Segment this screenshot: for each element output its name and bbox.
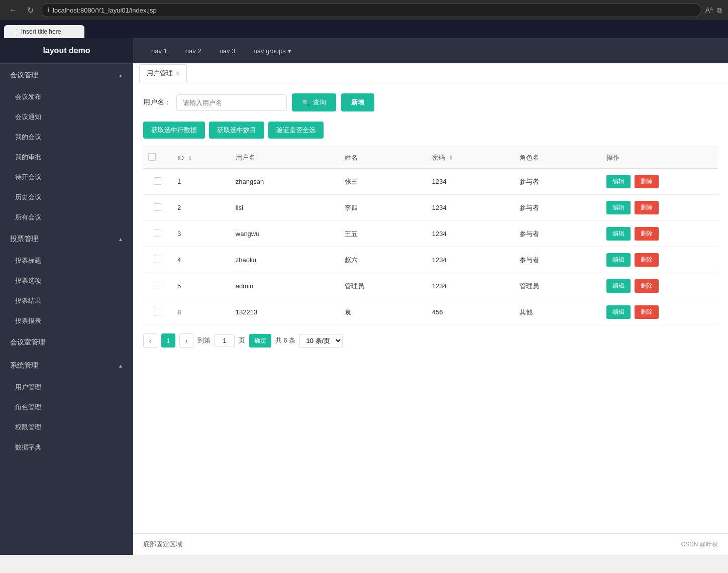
row-checkbox[interactable] xyxy=(154,203,161,211)
delete-button[interactable]: 删除 xyxy=(635,175,659,188)
main-area: nav 1 nav 2 nav 3 nav groups ▾ 用户管理 × 用户… xyxy=(133,38,728,555)
prev-page-button[interactable]: ‹ xyxy=(143,333,157,348)
sidebar-group-room-mgmt[interactable]: 会议室管理 xyxy=(0,331,133,354)
page-1-button[interactable]: 1 xyxy=(161,333,175,348)
nav-btn-2[interactable]: nav 2 xyxy=(177,43,210,59)
row-check-cell xyxy=(143,247,172,273)
delete-button[interactable]: 删除 xyxy=(635,253,659,267)
sidebar-item-user-mgmt[interactable]: 用户管理 xyxy=(0,377,133,397)
info-icon: ℹ xyxy=(47,7,50,14)
sort-icon-password[interactable]: ⇕ xyxy=(449,155,453,161)
chevron-up-icon-3: ▲ xyxy=(118,363,123,369)
row-role: 管理员 xyxy=(514,273,602,299)
sidebar-item-vote-report[interactable]: 投票报表 xyxy=(0,311,133,331)
browser-tab[interactable]: 📄 Insert title here xyxy=(4,25,84,38)
sort-icon-id[interactable]: ⇕ xyxy=(188,155,192,161)
row-checkbox[interactable] xyxy=(154,282,161,289)
row-username: wangwu xyxy=(231,221,340,247)
delete-button[interactable]: 删除 xyxy=(635,201,659,214)
get-selected-count-button[interactable]: 获取选中数目 xyxy=(209,122,264,139)
edit-button[interactable]: 编辑 xyxy=(606,201,631,214)
sidebar-item-role-mgmt[interactable]: 角色管理 xyxy=(0,397,133,417)
row-action: 编辑 删除 xyxy=(601,221,718,247)
nav-btn-1[interactable]: nav 1 xyxy=(143,43,175,59)
search-button[interactable]: 🔍 查询 xyxy=(292,93,336,111)
row-role: 其他 xyxy=(514,299,602,325)
row-checkbox[interactable] xyxy=(154,256,161,263)
next-page-button[interactable]: › xyxy=(179,333,193,348)
sidebar-item-permission-mgmt[interactable]: 权限管理 xyxy=(0,417,133,437)
edit-button[interactable]: 编辑 xyxy=(606,175,631,188)
row-username: zhaoliu xyxy=(231,247,340,273)
search-icon: 🔍 xyxy=(302,99,310,106)
page-size-select[interactable]: 10 条/页 20 条/页 50 条/页 xyxy=(299,334,343,348)
sidebar-group-meeting-mgmt[interactable]: 会议管理 ▲ xyxy=(0,64,133,87)
sidebar-item-my-meeting[interactable]: 我的会议 xyxy=(0,127,133,147)
chevron-up-icon-2: ▲ xyxy=(118,237,123,242)
row-action: 编辑 删除 xyxy=(601,273,718,299)
action-bar: 获取选中行数据 获取选中数目 验证是否全选 xyxy=(143,122,718,139)
row-check-cell xyxy=(143,169,172,195)
sidebar-item-meeting-notify[interactable]: 会议通知 xyxy=(0,107,133,127)
sidebar-item-all-meeting[interactable]: 所有会议 xyxy=(0,207,133,227)
goto-confirm-button[interactable]: 确定 xyxy=(249,334,271,348)
sidebar-group-vote-mgmt[interactable]: 投票管理 ▲ xyxy=(0,227,133,251)
back-button[interactable]: ← xyxy=(6,4,20,17)
search-btn-label: 查询 xyxy=(313,98,326,107)
table-row: 5 admin 管理员 1234 管理员 编辑 删除 xyxy=(143,273,718,299)
row-role: 参与者 xyxy=(514,247,602,273)
chevron-up-icon: ▲ xyxy=(118,73,123,78)
row-password: 1234 xyxy=(427,221,514,247)
row-action: 编辑 删除 xyxy=(601,299,718,325)
edit-button[interactable]: 编辑 xyxy=(606,227,631,241)
select-all-checkbox[interactable] xyxy=(148,153,156,161)
sidebar-item-my-approval[interactable]: 我的审批 xyxy=(0,147,133,167)
nav-btn-groups[interactable]: nav groups ▾ xyxy=(245,43,299,59)
get-selected-data-button[interactable]: 获取选中行数据 xyxy=(143,122,205,139)
nav-btn-3[interactable]: nav 3 xyxy=(212,43,244,59)
sidebar-group-system-mgmt[interactable]: 系统管理 ▲ xyxy=(0,354,133,377)
table-header-password: 密码 ⇕ xyxy=(427,147,514,169)
row-name: 王五 xyxy=(340,221,427,247)
sidebar-item-pending-meeting[interactable]: 待开会议 xyxy=(0,167,133,187)
delete-button[interactable]: 删除 xyxy=(635,227,659,241)
row-checkbox[interactable] xyxy=(154,308,161,315)
sidebar-item-vote-title[interactable]: 投票标题 xyxy=(0,251,133,271)
delete-button[interactable]: 删除 xyxy=(635,305,659,319)
search-input[interactable] xyxy=(176,94,287,111)
row-checkbox[interactable] xyxy=(154,177,161,185)
goto-label: 到第 xyxy=(197,336,211,345)
row-checkbox[interactable] xyxy=(154,230,161,237)
row-role: 参与者 xyxy=(514,221,602,247)
browser-right-controls: Aᴬ ⧉ xyxy=(705,6,722,15)
address-bar[interactable]: ℹ localhost:8080/Y1_layui01/index.jsp xyxy=(41,3,701,17)
content-tab-user-mgmt[interactable]: 用户管理 × xyxy=(139,64,187,82)
row-action: 编辑 删除 xyxy=(601,247,718,273)
tab-close-btn[interactable]: × xyxy=(176,70,179,77)
sidebar-item-vote-result[interactable]: 投票结果 xyxy=(0,291,133,311)
table-header-id: ID ⇕ xyxy=(172,147,231,169)
row-id: 3 xyxy=(172,221,231,247)
row-id: 2 xyxy=(172,195,231,221)
search-bar: 用户名： 🔍 查询 新增 xyxy=(143,93,718,111)
sidebar-item-data-dict[interactable]: 数据字典 xyxy=(0,437,133,457)
edit-button[interactable]: 编辑 xyxy=(606,305,631,319)
row-password: 1234 xyxy=(427,273,514,299)
refresh-button[interactable]: ↻ xyxy=(24,4,37,17)
edit-button[interactable]: 编辑 xyxy=(606,253,631,267)
edit-button[interactable]: 编辑 xyxy=(606,279,631,293)
sidebar-item-meeting-publish[interactable]: 会议发布 xyxy=(0,87,133,107)
sidebar-item-vote-option[interactable]: 投票选项 xyxy=(0,271,133,291)
page-content: 用户名： 🔍 查询 新增 获取选中行数据 获取选中数目 验证是否全选 xyxy=(133,83,728,533)
table-row: 4 zhaoliu 赵六 1234 参与者 编辑 删除 xyxy=(143,247,718,273)
add-button[interactable]: 新增 xyxy=(341,93,374,111)
delete-button[interactable]: 删除 xyxy=(635,279,659,293)
table-header-username: 用户名 xyxy=(231,147,340,169)
sidebar-item-history-meeting[interactable]: 历史会议 xyxy=(0,187,133,207)
data-table: ID ⇕ 用户名 姓名 密码 ⇕ 角色名 操作 xyxy=(143,147,718,325)
address-text: localhost:8080/Y1_layui01/index.jsp xyxy=(53,7,157,14)
goto-page-input[interactable] xyxy=(215,334,235,347)
verify-all-button[interactable]: 验证是否全选 xyxy=(268,122,324,139)
row-name: 李四 xyxy=(340,195,427,221)
total-text: 共 6 条 xyxy=(275,336,295,345)
